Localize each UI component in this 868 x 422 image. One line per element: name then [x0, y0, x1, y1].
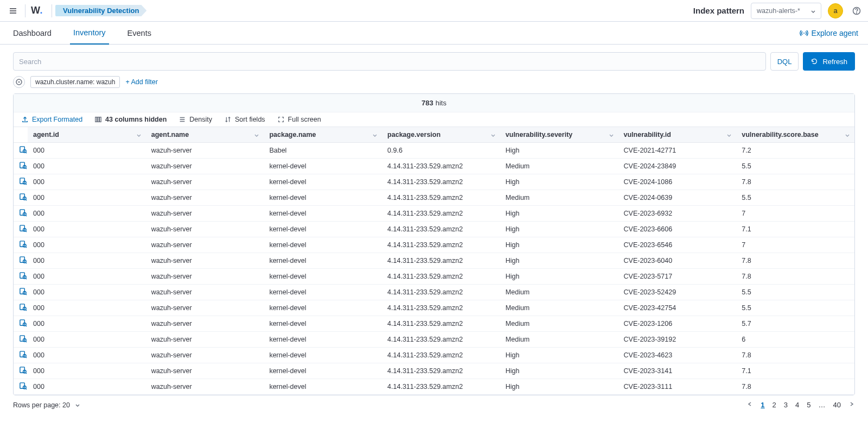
inspect-doc[interactable] [14, 316, 28, 332]
cell: 4.14.311-233.529.amzn2 [382, 159, 500, 174]
svg-rect-23 [20, 273, 24, 278]
table-row[interactable]: 000wazuh-serverkernel-devel4.14.311-233.… [14, 363, 854, 379]
table-row[interactable]: 000wazuh-serverkernel-devel4.14.311-233.… [14, 253, 854, 269]
page-number[interactable]: 4 [795, 401, 799, 409]
cell: High [500, 379, 618, 395]
inspect-doc[interactable] [14, 237, 28, 253]
table-row[interactable]: 000wazuh-serverkernel-devel4.14.311-233.… [14, 237, 854, 253]
export-formatted[interactable]: Export Formated [21, 116, 82, 123]
cell: wazuh-server [146, 206, 264, 222]
refresh-button[interactable]: Refresh [803, 52, 855, 71]
cell: 000 [28, 206, 146, 222]
svg-rect-11 [20, 178, 24, 184]
inspect-doc[interactable] [14, 174, 28, 190]
cell: wazuh-server [146, 332, 264, 348]
inspect-doc[interactable] [14, 348, 28, 363]
page-number[interactable]: 5 [807, 401, 810, 409]
cell: 5.5 [736, 300, 854, 316]
table-row[interactable]: 000wazuh-serverkernel-devel4.14.311-233.… [14, 190, 854, 206]
help-icon[interactable] [850, 7, 864, 15]
column-header[interactable]: package.name [264, 127, 382, 143]
menu-toggle[interactable] [4, 7, 22, 15]
table-row[interactable]: 000wazuh-serverkernel-devel4.14.311-233.… [14, 300, 854, 316]
inspect-doc[interactable] [14, 190, 28, 206]
column-header[interactable]: package.version [382, 127, 500, 143]
explore-agent[interactable]: Explore agent [800, 29, 858, 37]
cell: wazuh-server [146, 269, 264, 285]
page-prev[interactable] [746, 401, 753, 409]
column-header[interactable]: vulnerability.id [618, 127, 737, 143]
cell: 7.8 [736, 253, 854, 269]
cell: CVE-2023-6606 [618, 222, 737, 237]
search-input[interactable]: Search [13, 52, 766, 71]
cell: High [500, 143, 618, 159]
table-row[interactable]: 000wazuh-serverkernel-devel4.14.311-233.… [14, 159, 854, 174]
column-header[interactable]: vulnerability.score.base [736, 127, 854, 143]
dql-button[interactable]: DQL [770, 52, 799, 71]
filter-pill[interactable]: wazuh.cluster.name: wazuh [30, 76, 120, 88]
rows-per-page[interactable]: Rows per page: 20 [13, 401, 81, 409]
page-number[interactable]: … [819, 401, 826, 409]
cell: High [500, 363, 618, 379]
filter-toggle[interactable] [13, 76, 25, 88]
inspect-doc[interactable] [14, 222, 28, 237]
cell: kernel-devel [264, 253, 382, 269]
breadcrumb[interactable]: Vulnerability Detection [55, 5, 146, 16]
table-row[interactable]: 000wazuh-serverkernel-devel4.14.311-233.… [14, 379, 854, 395]
inspect-doc[interactable] [14, 269, 28, 285]
avatar[interactable]: a [828, 3, 843, 18]
app-logo[interactable]: W. [31, 5, 43, 16]
svg-rect-4 [95, 117, 97, 122]
density-control[interactable]: Density [178, 116, 212, 123]
cell: CVE-2023-6040 [618, 253, 737, 269]
columns-hidden-label: 43 columns hidden [105, 116, 167, 123]
table-row[interactable]: 000wazuh-serverkernel-devel4.14.311-233.… [14, 222, 854, 237]
sort-fields[interactable]: Sort fields [224, 116, 265, 123]
table-row[interactable]: 000wazuh-serverkernel-devel4.14.311-233.… [14, 332, 854, 348]
table-row[interactable]: 000wazuh-serverkernel-devel4.14.311-233.… [14, 285, 854, 300]
tab-inventory[interactable]: Inventory [70, 22, 109, 45]
index-pattern-select[interactable]: wazuh-alerts-* [751, 3, 821, 19]
grid-footer: Rows per page: 20 12345…40 [0, 395, 868, 418]
table-row[interactable]: 000wazuh-serverkernel-devel4.14.311-233.… [14, 348, 854, 363]
cell: CVE-2023-4623 [618, 348, 737, 363]
inspect-doc[interactable] [14, 206, 28, 222]
cell: 000 [28, 348, 146, 363]
inspect-doc[interactable] [14, 285, 28, 300]
page-number[interactable]: 1 [761, 401, 764, 409]
cell: 000 [28, 363, 146, 379]
column-header[interactable]: agent.name [146, 127, 264, 143]
cell: Medium [500, 285, 618, 300]
page-number[interactable]: 2 [773, 401, 776, 409]
page-number[interactable]: 40 [833, 401, 841, 409]
export-label: Export Formated [32, 116, 82, 123]
column-header[interactable]: agent.id [28, 127, 146, 143]
svg-rect-25 [20, 288, 24, 294]
add-filter[interactable]: + Add filter [125, 78, 157, 86]
inspect-doc[interactable] [14, 143, 28, 159]
inspect-doc[interactable] [14, 379, 28, 395]
inspect-doc[interactable] [14, 300, 28, 316]
svg-rect-33 [20, 351, 24, 357]
column-header[interactable]: vulnerability.severity [500, 127, 618, 143]
hits-label: hits [436, 99, 446, 107]
table-row[interactable]: 000wazuh-serverkernel-devel4.14.311-233.… [14, 269, 854, 285]
full-screen[interactable]: Full screen [277, 116, 321, 123]
table-row[interactable]: 000wazuh-serverkernel-devel4.14.311-233.… [14, 316, 854, 332]
table-row[interactable]: 000wazuh-serverkernel-devel4.14.311-233.… [14, 206, 854, 222]
inspect-doc[interactable] [14, 363, 28, 379]
inspect-doc[interactable] [14, 159, 28, 174]
inspect-doc[interactable] [14, 253, 28, 269]
cell: CVE-2023-5717 [618, 269, 737, 285]
tab-bar: Dashboard Inventory Events Explore agent [0, 22, 868, 45]
page-number[interactable]: 3 [784, 401, 788, 409]
cell: wazuh-server [146, 253, 264, 269]
columns-hidden[interactable]: 43 columns hidden [94, 116, 167, 123]
tab-events[interactable]: Events [124, 22, 155, 45]
inspect-doc[interactable] [14, 332, 28, 348]
table-row[interactable]: 000wazuh-serverBabel0.9.6HighCVE-2021-42… [14, 143, 854, 159]
tab-dashboard[interactable]: Dashboard [10, 22, 55, 45]
table-row[interactable]: 000wazuh-serverkernel-devel4.14.311-233.… [14, 174, 854, 190]
data-table: agent.idagent.namepackage.namepackage.ve… [14, 127, 854, 395]
page-next[interactable] [848, 401, 855, 409]
